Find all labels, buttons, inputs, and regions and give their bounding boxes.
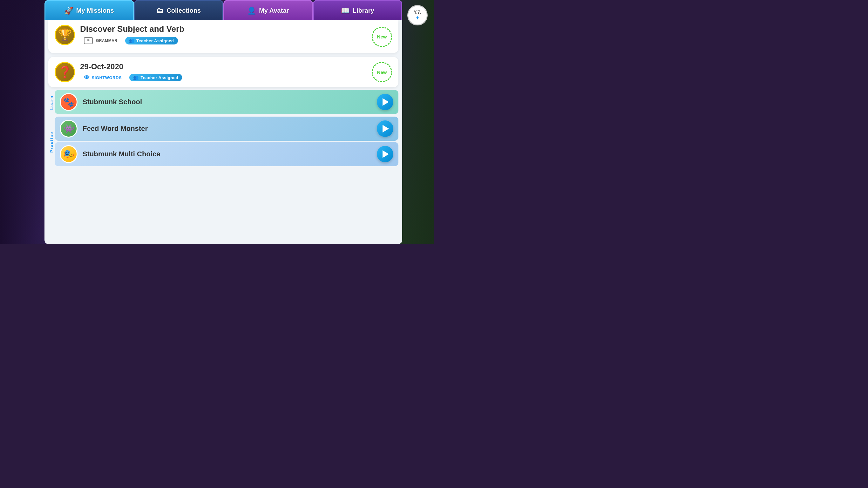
eye-icon: 👁 (84, 74, 90, 81)
teacher-assigned-badge-main: 👥 Teacher Assigned (129, 74, 182, 81)
new-badge-partial: New (372, 27, 392, 47)
teacher-assigned-badge-partial: 👥 Teacher Assigned (125, 37, 178, 44)
teacher-assigned-label-main: Teacher Assigned (141, 75, 179, 80)
main-mission-card: ❓ 29-Oct-2020 👁 SIGHTWORDS 👥 Teacher Ass… (48, 57, 398, 87)
new-badge-main: New (372, 62, 392, 82)
library-icon: 📖 (341, 7, 349, 15)
missions-icon: 🚀 (64, 7, 73, 15)
teacher-icon-partial: 👥 (129, 38, 135, 43)
feed-word-monster-icon: 👾 (60, 120, 78, 138)
main-card-header: ❓ 29-Oct-2020 👁 SIGHTWORDS 👥 Teacher Ass… (55, 62, 392, 82)
activity-feed-word-monster[interactable]: 👾 Feed Word Monster (55, 117, 398, 141)
play-triangle-3 (382, 150, 389, 158)
stubmunk-multi-choice-name: Stubmunk Multi Choice (83, 150, 377, 158)
partial-card-header: 🏆 Discover Subject and Verb ❝ GRAMMAR 👥 … (55, 24, 392, 45)
tab-my-avatar[interactable]: 👤 My Avatar (223, 0, 313, 20)
feed-word-monster-name: Feed Word Monster (83, 125, 377, 133)
practice-section-label: Practice (49, 131, 54, 153)
stubmunk-school-name: Stubmunk School (83, 98, 377, 106)
tab-library-label: Library (353, 7, 374, 14)
partial-card-icon: 🏆 (55, 25, 75, 45)
tab-my-missions-label: My Missions (76, 7, 114, 14)
tab-my-missions[interactable]: 🚀 My Missions (44, 0, 134, 20)
activity-stubmunk-school[interactable]: 🐾 Stubmunk School (55, 90, 398, 114)
main-card-icon: ❓ (55, 62, 75, 82)
user-plus: + (416, 14, 420, 21)
practice-activities: 👾 Feed Word Monster 🎭 Stubmunk Multi Cho… (55, 117, 398, 167)
learn-activities: 🐾 Stubmunk School (55, 90, 398, 115)
new-badge-label-main: New (377, 69, 387, 75)
nav-tabs: 🚀 My Missions 🗂 Collections 👤 My Avatar … (44, 0, 402, 20)
collections-icon: 🗂 (156, 7, 163, 15)
play-stubmunk-multi-choice[interactable] (377, 146, 393, 162)
learn-label-container: Learn (48, 90, 55, 115)
main-content: 🚀 My Missions 🗂 Collections 👤 My Avatar … (44, 0, 402, 244)
partial-card-meta: ❝ GRAMMAR 👥 Teacher Assigned (80, 36, 392, 45)
learn-section-label: Learn (49, 95, 54, 110)
play-feed-word-monster[interactable] (377, 120, 393, 137)
practice-label-container: Practice (48, 117, 55, 167)
play-stubmunk-school[interactable] (377, 94, 393, 110)
play-triangle-2 (382, 125, 389, 132)
user-label: Y.7. (414, 9, 421, 14)
new-badge-label-partial: New (377, 34, 387, 39)
main-card-date: 29-Oct-2020 (80, 62, 392, 71)
grammar-icon: ❝ (84, 37, 93, 44)
stubmunk-school-icon: 🐾 (60, 93, 78, 111)
partial-card-title: Discover Subject and Verb (80, 24, 392, 34)
teacher-assigned-label-partial: Teacher Assigned (136, 38, 174, 43)
tab-collections[interactable]: 🗂 Collections (134, 0, 224, 20)
tab-library[interactable]: 📖 Library (313, 0, 403, 20)
stubmunk-multi-choice-icon: 🎭 (60, 145, 78, 163)
main-card-info: 29-Oct-2020 👁 SIGHTWORDS 👥 Teacher Assig… (80, 62, 392, 82)
sightwords-label: SIGHTWORDS (92, 75, 122, 80)
grammar-badge: ❝ GRAMMAR (80, 36, 121, 45)
tab-collections-label: Collections (166, 7, 201, 14)
user-avatar[interactable]: Y.7. + (407, 5, 428, 25)
teacher-icon-main: 👥 (133, 75, 139, 80)
bg-left-decoration (0, 0, 44, 244)
partial-mission-card: 🏆 Discover Subject and Verb ❝ GRAMMAR 👥 … (48, 20, 398, 53)
learn-section: Learn 🐾 Stubmunk School (48, 90, 398, 115)
play-triangle-1 (382, 98, 389, 106)
practice-section: Practice 👾 Feed Word Monster 🎭 Stubmunk … (48, 117, 398, 167)
sightwords-badge: 👁 SIGHTWORDS (80, 73, 125, 82)
activity-stubmunk-multi-choice[interactable]: 🎭 Stubmunk Multi Choice (55, 142, 398, 166)
avatar-icon: 👤 (247, 7, 256, 15)
grammar-label: GRAMMAR (96, 38, 118, 43)
tab-my-avatar-label: My Avatar (259, 7, 289, 14)
partial-card-info: Discover Subject and Verb ❝ GRAMMAR 👥 Te… (80, 24, 392, 45)
scroll-area[interactable]: 🏆 Discover Subject and Verb ❝ GRAMMAR 👥 … (44, 20, 402, 244)
main-card-meta: 👁 SIGHTWORDS 👥 Teacher Assigned (80, 73, 392, 82)
